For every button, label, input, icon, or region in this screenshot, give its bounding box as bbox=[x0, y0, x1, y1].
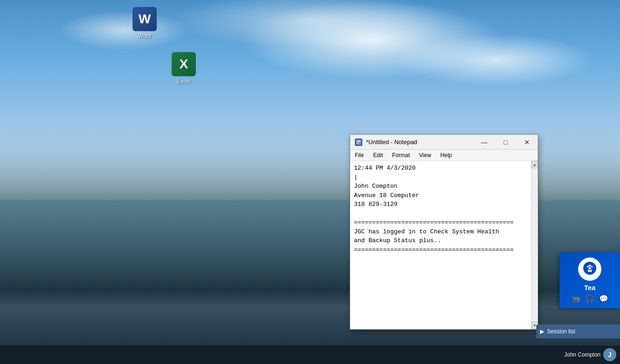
session-label: Session list bbox=[547, 328, 575, 335]
word-icon-image: W bbox=[133, 7, 157, 31]
excel-letter: X bbox=[180, 57, 188, 72]
notepad-app-icon bbox=[355, 139, 362, 146]
teamviewer-icons-row: 📹 🎧 💬 bbox=[571, 294, 608, 303]
tv-chat-icon[interactable]: 💬 bbox=[599, 294, 608, 303]
taskbar: John Compton J bbox=[0, 345, 620, 364]
maximize-button[interactable]: □ bbox=[495, 135, 516, 149]
svg-rect-3 bbox=[357, 143, 359, 144]
word-icon[interactable]: W Word bbox=[126, 5, 163, 41]
teamviewer-panel[interactable]: Tea 📹 🎧 💬 bbox=[560, 252, 620, 308]
notepad-textarea[interactable]: 12:44 PM 4/3/2020 | John Compton Avenue … bbox=[350, 161, 531, 329]
menu-view[interactable]: View bbox=[414, 150, 436, 160]
window-controls: — □ ✕ bbox=[473, 135, 538, 149]
taskbar-user-area[interactable]: John Compton J bbox=[564, 348, 616, 361]
close-button[interactable]: ✕ bbox=[516, 135, 538, 149]
user-avatar-letter: J bbox=[608, 351, 612, 358]
menu-edit[interactable]: Edit bbox=[368, 150, 387, 160]
excel-icon-label: Excel bbox=[177, 78, 190, 85]
notepad-title-text: *Untitled - Notepad bbox=[366, 139, 417, 146]
notepad-menubar: File Edit Format View Help bbox=[350, 150, 538, 161]
session-arrow-icon: ▶ bbox=[540, 328, 544, 335]
word-letter: W bbox=[139, 12, 151, 26]
scroll-up-arrow[interactable]: ▲ bbox=[532, 161, 538, 168]
notepad-window: *Untitled - Notepad — □ ✕ File Edit Form… bbox=[350, 134, 538, 330]
notepad-titlebar: *Untitled - Notepad — □ ✕ bbox=[350, 135, 538, 150]
teamviewer-logo-inner bbox=[582, 261, 597, 278]
menu-help[interactable]: Help bbox=[436, 150, 457, 160]
menu-file[interactable]: File bbox=[350, 150, 368, 160]
notepad-title-group: *Untitled - Notepad bbox=[355, 139, 417, 146]
tv-camera-icon[interactable]: 📹 bbox=[571, 294, 580, 303]
notepad-scrollbar[interactable]: ▲ ▼ bbox=[531, 161, 538, 329]
svg-rect-2 bbox=[357, 142, 360, 142]
minimize-button[interactable]: — bbox=[473, 135, 495, 149]
menu-format[interactable]: Format bbox=[387, 150, 414, 160]
tv-headset-icon[interactable]: 🎧 bbox=[585, 294, 594, 303]
scrollbar-track[interactable] bbox=[532, 168, 538, 322]
taskbar-username: John Compton bbox=[564, 351, 600, 358]
session-bar[interactable]: ▶ Session list bbox=[536, 324, 620, 338]
teamviewer-label: Tea bbox=[584, 284, 596, 291]
notepad-content-area: 12:44 PM 4/3/2020 | John Compton Avenue … bbox=[350, 161, 538, 329]
word-icon-label: Word bbox=[138, 33, 151, 40]
excel-icon-image: X bbox=[172, 52, 196, 76]
user-avatar: J bbox=[603, 348, 616, 361]
svg-rect-1 bbox=[357, 140, 360, 141]
excel-icon[interactable]: X Excel bbox=[165, 50, 202, 86]
teamviewer-logo bbox=[578, 258, 601, 281]
